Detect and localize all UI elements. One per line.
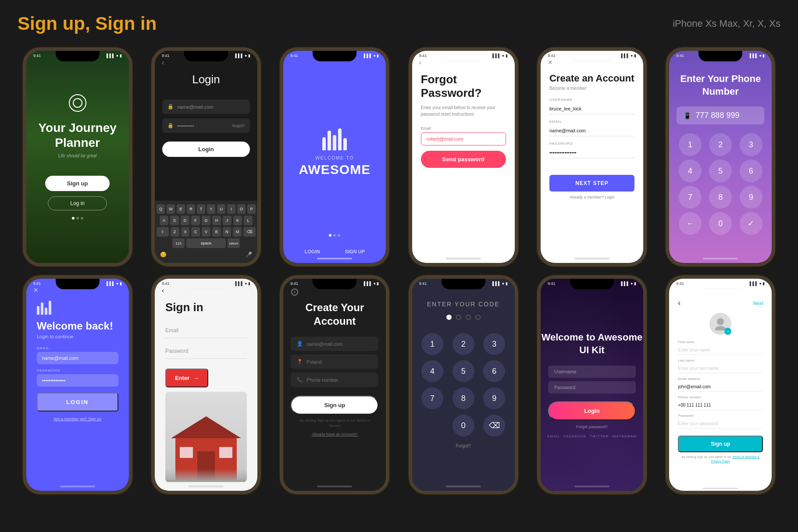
key-y[interactable]: Y bbox=[207, 204, 215, 214]
num-8[interactable]: 8 bbox=[709, 186, 732, 209]
code-num-4[interactable]: 4 bbox=[421, 360, 443, 382]
name-field-9[interactable]: 👤 name@mail.com bbox=[291, 337, 378, 351]
key-o[interactable]: O bbox=[237, 204, 246, 214]
key-k[interactable]: K bbox=[233, 216, 242, 225]
key-c[interactable]: C bbox=[191, 227, 200, 237]
username-field-11[interactable]: Username bbox=[548, 365, 636, 378]
location-field-9[interactable]: 📍 Poland bbox=[291, 355, 378, 369]
num-2[interactable]: 2 bbox=[709, 133, 732, 156]
code-num-9[interactable]: 9 bbox=[483, 387, 505, 409]
key-l[interactable]: L bbox=[244, 216, 253, 225]
close-x-5[interactable]: ✕ bbox=[548, 59, 553, 66]
key-f[interactable]: F bbox=[191, 216, 200, 225]
phone-field-12[interactable]: +00 111 111 111 bbox=[678, 401, 763, 410]
key-z[interactable]: Z bbox=[171, 227, 179, 237]
back-arrow-2[interactable]: ‹ bbox=[162, 59, 164, 67]
back-arrow-8[interactable]: ‹ bbox=[162, 287, 164, 294]
code-num-5[interactable]: 5 bbox=[452, 360, 474, 382]
code-num-8[interactable]: 8 bbox=[452, 387, 474, 409]
key-r[interactable]: R bbox=[187, 204, 195, 214]
key-x[interactable]: X bbox=[181, 227, 190, 237]
pwd-field-12[interactable]: Enter your password bbox=[678, 419, 763, 429]
not-member-7[interactable]: Not a member yet? Sign up bbox=[37, 417, 118, 421]
lastname-field-12[interactable]: Enter your last name bbox=[678, 364, 763, 373]
signup-btn-9[interactable]: Sign up bbox=[291, 396, 378, 415]
key-h[interactable]: H bbox=[212, 216, 221, 225]
key-g[interactable]: G bbox=[202, 216, 210, 225]
social-facebook[interactable]: FACEBOOK bbox=[563, 434, 586, 438]
back-btn-12[interactable]: ‹ bbox=[678, 298, 680, 308]
email-field-7[interactable]: name@mail.com bbox=[37, 352, 118, 364]
login-btn-11[interactable]: Login bbox=[548, 401, 636, 420]
num-0[interactable]: 0 bbox=[709, 212, 732, 235]
key-delete[interactable]: ⌫ bbox=[243, 227, 256, 237]
key-m[interactable]: M bbox=[233, 227, 242, 237]
email-field-5[interactable]: name@mail.com bbox=[549, 125, 634, 136]
code-num-2[interactable]: 2 bbox=[452, 333, 474, 355]
code-num-6[interactable]: 6 bbox=[483, 360, 505, 382]
pwd-field-2[interactable]: 🔒 •••••••••• forgot? bbox=[162, 118, 250, 133]
code-num-3[interactable]: 3 bbox=[483, 333, 505, 355]
social-email[interactable]: EMAIL bbox=[547, 434, 560, 438]
key-b[interactable]: B bbox=[212, 227, 221, 237]
next-btn-12[interactable]: Next bbox=[753, 301, 763, 306]
num-1[interactable]: 1 bbox=[679, 133, 702, 156]
terms-link[interactable]: Terms of Services & Privacy Policy bbox=[711, 455, 760, 463]
login-btn-2[interactable]: Login bbox=[162, 142, 250, 157]
signup-btn-12[interactable]: Sign up bbox=[678, 436, 763, 452]
code-num-1[interactable]: 1 bbox=[421, 333, 443, 355]
key-v[interactable]: V bbox=[202, 227, 210, 237]
key-p[interactable]: P bbox=[247, 204, 256, 214]
key-return[interactable]: return bbox=[228, 238, 240, 248]
key-j[interactable]: J bbox=[223, 216, 232, 225]
code-num-del[interactable]: ⌫ bbox=[483, 415, 505, 436]
avatar-edit-badge[interactable]: + bbox=[724, 328, 731, 335]
email-field-12[interactable]: john@email.com bbox=[678, 382, 763, 392]
enter-btn-8[interactable]: Enter → bbox=[165, 369, 208, 387]
email-field-2[interactable]: 🔒 name@mail.com bbox=[162, 99, 250, 114]
key-e[interactable]: E bbox=[177, 204, 185, 214]
avatar-12[interactable]: + bbox=[709, 313, 731, 335]
back-arrow-4[interactable]: ‹ bbox=[419, 59, 421, 67]
key-q[interactable]: Q bbox=[157, 204, 165, 214]
signup-button[interactable]: Sign up bbox=[45, 176, 110, 191]
already-account-9[interactable]: Already have an Account? bbox=[312, 432, 358, 436]
num-4[interactable]: 4 bbox=[679, 160, 702, 182]
firstname-field-12[interactable]: Enter your name bbox=[678, 345, 763, 355]
social-instagram[interactable]: INSTAGRAM bbox=[612, 434, 637, 438]
key-w[interactable]: W bbox=[167, 204, 175, 214]
email-field-8[interactable]: Email bbox=[165, 323, 247, 338]
social-twitter[interactable]: TWITTER bbox=[590, 434, 609, 438]
forgot-code-link[interactable]: Forgot? bbox=[456, 443, 470, 448]
num-6[interactable]: 6 bbox=[740, 160, 762, 182]
next-step-btn[interactable]: NEXT STEP bbox=[549, 175, 634, 192]
close-x-7[interactable]: ✕ bbox=[33, 287, 39, 294]
key-a[interactable]: A bbox=[160, 216, 168, 225]
key-shift[interactable]: ⇧ bbox=[157, 227, 169, 237]
send-password-btn[interactable]: Send password bbox=[421, 151, 506, 168]
num-3[interactable]: 3 bbox=[740, 133, 762, 156]
num-9[interactable]: 9 bbox=[740, 186, 762, 209]
code-num-0[interactable]: 0 bbox=[452, 415, 474, 436]
phone-input-row[interactable]: 📱 777 888 999 bbox=[677, 106, 764, 124]
num-5[interactable]: 5 bbox=[709, 160, 732, 182]
phone-field-9[interactable]: 📞 Phone number bbox=[291, 372, 378, 387]
key-i[interactable]: I bbox=[227, 204, 235, 214]
forgot-pwd-11[interactable]: Forgot password? bbox=[576, 425, 608, 429]
key-123[interactable]: 123 bbox=[172, 238, 185, 248]
pwd-field-8[interactable]: Password bbox=[165, 344, 247, 359]
mic-icon[interactable]: 🎤 bbox=[246, 252, 252, 258]
username-field-5[interactable]: bruce_lee_kick bbox=[549, 103, 634, 114]
key-n[interactable]: N bbox=[223, 227, 232, 237]
key-d[interactable]: D bbox=[181, 216, 189, 225]
login-nav[interactable]: LOGIN bbox=[305, 249, 320, 254]
pwd-field-5[interactable]: •••••••••••••••• bbox=[549, 147, 634, 158]
num-check[interactable]: ✓ bbox=[740, 212, 762, 235]
signup-nav[interactable]: SIGN UP bbox=[345, 249, 365, 254]
pwd-field-7[interactable]: •••••••••••••• bbox=[37, 374, 118, 387]
pwd-field-11[interactable]: Password bbox=[548, 381, 636, 394]
already-member-5[interactable]: Already a member? Login bbox=[549, 195, 634, 199]
login-button[interactable]: Log in bbox=[48, 196, 107, 210]
key-u[interactable]: U bbox=[217, 204, 225, 214]
key-t[interactable]: T bbox=[197, 204, 205, 214]
